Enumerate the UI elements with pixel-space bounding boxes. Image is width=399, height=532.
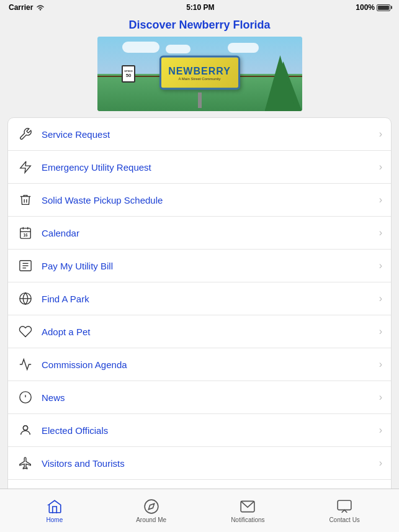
tab-notifications[interactable]: Notifications — [200, 494, 297, 527]
tab-home-label: Home — [47, 516, 63, 523]
heart-icon — [17, 323, 34, 340]
list-item-find-park[interactable]: Find A Park › — [8, 282, 391, 315]
pay-utility-label: Pay My Utility Bill — [42, 261, 379, 271]
app-header: Discover Newberry Florida — [0, 15, 399, 37]
wrench-icon — [17, 125, 34, 143]
list-item-adopt-pet[interactable]: Adopt a Pet › — [8, 315, 391, 348]
globe-icon — [17, 290, 34, 307]
chevron-icon: › — [379, 260, 382, 271]
tab-home[interactable]: Home — [6, 494, 103, 527]
newberry-sign: NEWBERRY A Main Street Community — [159, 56, 240, 90]
news-icon — [17, 389, 34, 406]
chevron-icon: › — [379, 359, 382, 370]
svg-marker-17 — [148, 503, 154, 509]
lightning-icon — [17, 158, 34, 176]
list-item-pay-utility[interactable]: Pay My Utility Bill › — [8, 250, 391, 282]
trash-icon — [17, 191, 34, 209]
hero-image: SPEED 50 NEWBERRY A Main Street Communit… — [97, 37, 302, 111]
wifi-icon — [36, 4, 45, 12]
list-item-visitors[interactable]: Visitors and Tourists › — [8, 447, 391, 480]
chevron-icon: › — [379, 128, 382, 140]
chevron-icon: › — [379, 326, 382, 337]
calendar-icon: 16 — [17, 224, 34, 241]
list-item-solid-waste[interactable]: Solid Waste Pickup Schedule › — [8, 184, 391, 217]
elected-label: Elected Officials — [42, 425, 379, 436]
svg-point-15 — [23, 426, 27, 430]
home-icon — [46, 498, 63, 515]
bill-icon — [17, 257, 34, 274]
envelope-icon — [239, 498, 256, 515]
tab-contact-us[interactable]: Contact Us — [296, 494, 393, 527]
tab-contact-us-label: Contact Us — [329, 516, 359, 523]
chevron-icon: › — [379, 194, 382, 205]
find-park-label: Find A Park — [42, 294, 379, 304]
list-item-news[interactable]: News › — [8, 381, 391, 414]
battery-percent: 100% — [356, 3, 375, 12]
calendar-label: Calendar — [42, 228, 379, 238]
visitors-label: Visitors and Tourists — [42, 458, 379, 469]
news-label: News — [42, 392, 379, 403]
hero-section: SPEED 50 NEWBERRY A Main Street Communit… — [0, 37, 399, 111]
chevron-icon: › — [379, 161, 382, 173]
status-bar: Carrier 5:10 PM 100% — [0, 0, 399, 15]
tab-bar: Home Around Me Notifications Contact Us — [0, 489, 399, 532]
list-item-emergency-utility[interactable]: Emergency Utility Request › — [8, 151, 391, 184]
service-request-label: Service Request — [42, 129, 379, 140]
list-item-commission[interactable]: Commission Agenda › — [8, 348, 391, 381]
chevron-icon: › — [379, 392, 382, 403]
emergency-utility-label: Emergency Utility Request — [42, 162, 379, 173]
commission-label: Commission Agenda — [42, 359, 379, 370]
adopt-pet-label: Adopt a Pet — [42, 327, 379, 337]
commission-icon — [17, 356, 34, 373]
plane-icon — [17, 454, 34, 472]
chevron-icon: › — [379, 293, 382, 304]
chat-icon — [336, 498, 353, 515]
list-item-calendar[interactable]: 16 Calendar › — [8, 217, 391, 250]
status-carrier: Carrier — [9, 3, 45, 12]
chevron-icon: › — [379, 425, 382, 436]
list-item-service-request[interactable]: Service Request › — [8, 118, 391, 151]
menu-list: Service Request › Emergency Utility Requ… — [7, 117, 392, 513]
solid-waste-label: Solid Waste Pickup Schedule — [42, 195, 379, 205]
svg-text:16: 16 — [23, 233, 28, 237]
svg-rect-19 — [338, 500, 351, 510]
tab-notifications-label: Notifications — [231, 516, 264, 523]
list-item-elected[interactable]: Elected Officials › — [8, 414, 391, 447]
chevron-icon: › — [379, 458, 382, 469]
app-title: Discover Newberry Florida — [128, 19, 270, 31]
compass-icon — [143, 498, 160, 515]
tab-around-me[interactable]: Around Me — [103, 494, 200, 527]
status-time: 5:10 PM — [186, 3, 214, 12]
chevron-icon: › — [379, 227, 382, 238]
officials-icon — [17, 422, 34, 439]
status-battery-container: 100% — [356, 3, 390, 12]
battery-icon — [377, 4, 390, 11]
tab-around-me-label: Around Me — [136, 516, 166, 523]
svg-point-16 — [145, 500, 158, 513]
